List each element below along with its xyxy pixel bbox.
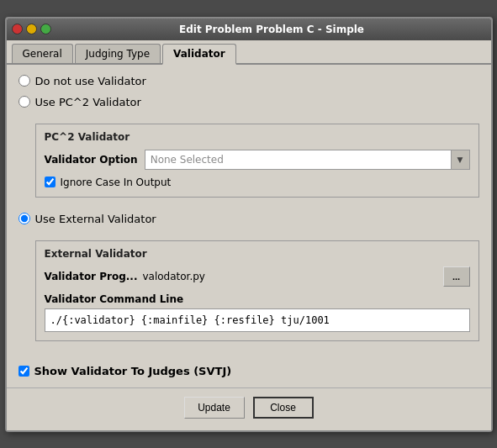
cmdline-section: Validator Command Line <box>45 293 470 332</box>
pc2-group-title: PC^2 Validator <box>45 131 470 143</box>
cmdline-label: Validator Command Line <box>45 293 470 305</box>
cmdline-input[interactable] <box>45 308 470 332</box>
tab-validator[interactable]: Validator <box>162 44 236 65</box>
radio-external[interactable] <box>19 213 30 224</box>
minimize-btn[interactable] <box>26 24 37 34</box>
dropdown-arrow-icon[interactable]: ▼ <box>451 150 469 169</box>
close-button[interactable]: Close <box>253 397 314 419</box>
radio-no-validator-label[interactable]: Do not use Validator <box>35 75 146 87</box>
pc2-group-box: PC^2 Validator Validator Option None Sel… <box>35 124 479 198</box>
window-controls <box>12 24 51 34</box>
prog-value: valodator.py <box>142 271 437 282</box>
tab-judging-type[interactable]: Judging Type <box>75 44 161 63</box>
prog-label: Validator Prog... <box>45 271 138 282</box>
window-title: Edit Problem Problem C - Simple <box>58 24 486 35</box>
ignore-case-row: Ignore Case In Output <box>45 177 470 188</box>
button-bar: Update Close <box>7 387 491 430</box>
radio-pc2[interactable] <box>19 96 30 108</box>
validator-option-label: Validator Option <box>45 154 138 166</box>
svtj-checkbox[interactable] <box>19 366 29 377</box>
radio-pc2-item: Use PC^2 Validator <box>19 96 479 108</box>
tab-general[interactable]: General <box>12 44 73 63</box>
validator-option-value: None Selected <box>145 150 451 170</box>
radio-no-validator-item: Do not use Validator <box>19 75 479 87</box>
radio-external-item: Use External Validator <box>19 213 479 225</box>
radio-pc2-label[interactable]: Use PC^2 Validator <box>35 96 141 108</box>
update-button[interactable]: Update <box>184 397 245 419</box>
validator-radio-group: Do not use Validator Use PC^2 Validator … <box>19 75 479 377</box>
svtj-row: Show Validator To Judges (SVTJ) <box>19 365 479 377</box>
ignore-case-label[interactable]: Ignore Case In Output <box>61 177 172 188</box>
ignore-case-checkbox[interactable] <box>45 177 56 187</box>
validator-option-row: Validator Option None Selected ▼ <box>45 150 470 170</box>
title-bar: Edit Problem Problem C - Simple <box>7 18 491 40</box>
main-window: Edit Problem Problem C - Simple General … <box>5 17 493 432</box>
external-group-title: External Validator <box>45 248 470 260</box>
radio-external-label[interactable]: Use External Validator <box>35 213 156 225</box>
validator-option-dropdown[interactable]: None Selected ▼ <box>145 150 470 170</box>
radio-no-validator[interactable] <box>19 75 30 87</box>
close-window-btn[interactable] <box>12 24 23 34</box>
tab-content: Do not use Validator Use PC^2 Validator … <box>7 65 491 387</box>
tab-bar: General Judging Type Validator <box>7 40 491 65</box>
external-group-box: External Validator Validator Prog... val… <box>35 240 479 341</box>
maximize-btn[interactable] <box>40 24 51 34</box>
svtj-label[interactable]: Show Validator To Judges (SVTJ) <box>34 365 232 377</box>
browse-button[interactable]: ... <box>443 266 470 287</box>
prog-row: Validator Prog... valodator.py ... <box>45 266 470 287</box>
